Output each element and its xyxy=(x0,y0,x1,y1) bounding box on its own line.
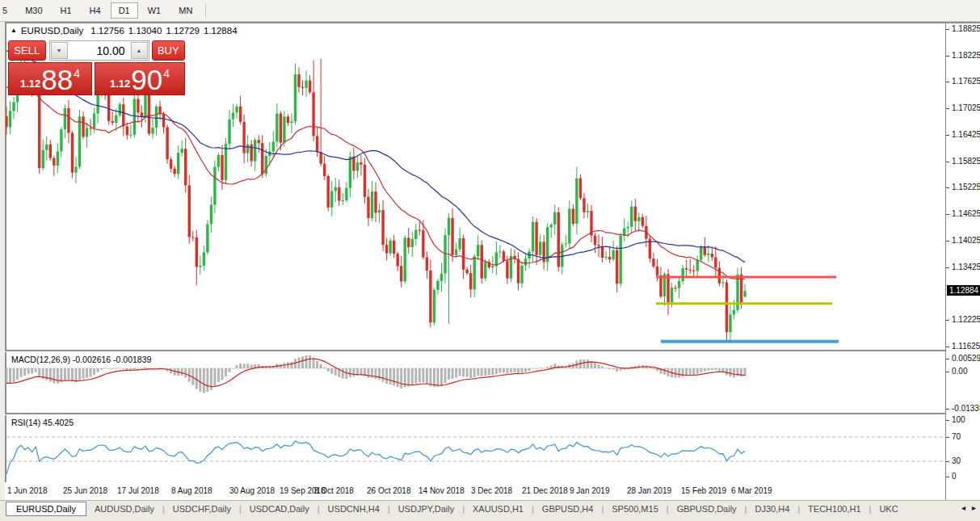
chart-tab-usdcnh-h4[interactable]: USDCNH,H4 xyxy=(320,502,388,515)
chart-tab-bar: EURUSD,DailyAUDUSD,Daily|USDCHF,Daily|US… xyxy=(0,500,980,516)
price-axis-label: 1.18225 xyxy=(952,51,980,60)
sell-button[interactable]: SELL xyxy=(8,40,46,61)
date-axis-label: 9 Jan 2019 xyxy=(570,486,610,495)
current-price-tag: 1.12884 xyxy=(947,285,980,296)
chart-tab-xauusd-h1[interactable]: XAUUSD,H1 xyxy=(465,502,532,515)
price-axis-label: 1.14625 xyxy=(952,209,980,218)
collapse-triangle-icon[interactable]: ▲ xyxy=(11,27,17,34)
one-click-trade-panel: SELL ▼ 10.00 ▲ BUY 1.12 88 4 1.12 90 xyxy=(8,40,185,95)
price-axis-label: 1.15225 xyxy=(952,183,980,191)
date-axis-label: 26 Oct 2018 xyxy=(367,486,410,495)
macd-pane-splitter[interactable] xyxy=(5,350,980,352)
price-axis[interactable]: 1.188251.182251.176251.170251.164251.158… xyxy=(945,23,980,500)
chart-tab-dj30-h4[interactable]: DJ30,H4 xyxy=(747,502,797,515)
chevron-down-icon: ▼ xyxy=(57,48,62,53)
axis-tick xyxy=(946,320,949,321)
ohlc-high: 1.13040 xyxy=(128,26,162,36)
ohlc-low: 1.12729 xyxy=(166,26,200,36)
chart-tab-usdchf-daily[interactable]: USDCHF,Daily xyxy=(165,502,239,515)
chart-tab-gbpusd-daily[interactable]: GBPUSD,Daily xyxy=(669,502,745,515)
sell-price-box[interactable]: 1.12 88 4 xyxy=(8,62,92,95)
volume-spinner: ▼ 10.00 ▲ xyxy=(49,40,149,61)
macd-indicator-label: MACD(12,26,9) -0.002616 -0.001839 xyxy=(11,355,151,364)
axis-tick xyxy=(946,187,949,188)
time-axis[interactable]: 1 Jun 201825 Jun 201817 Jul 20188 Aug 20… xyxy=(5,482,945,500)
buy-price-box[interactable]: 1.12 90 4 xyxy=(95,62,185,95)
chart-tab-ukc[interactable]: UKC xyxy=(871,502,906,515)
buy-price-prefix: 1.12 xyxy=(110,78,130,90)
price-axis-label: 1.17025 xyxy=(952,103,980,112)
tab-scroll-left-icon[interactable]: ◂ xyxy=(961,503,965,512)
date-axis-label: 28 Jan 2019 xyxy=(627,486,671,495)
price-axis-label: 1.15825 xyxy=(952,157,980,166)
buy-price-big: 90 xyxy=(131,66,162,93)
chevron-up-icon: ▲ xyxy=(137,48,142,53)
date-axis-label: 8 Oct 2018 xyxy=(314,486,354,495)
rsi-axis-label: 0 xyxy=(952,472,957,481)
ohlc-close: 1.12884 xyxy=(204,26,238,36)
date-axis-label: 17 Jul 2018 xyxy=(117,486,159,495)
price-axis-label: 1.12225 xyxy=(952,315,980,324)
axis-tick xyxy=(946,108,949,109)
axis-tick xyxy=(946,135,949,136)
axis-tick xyxy=(946,461,949,462)
price-axis-label: 1.14025 xyxy=(952,236,980,245)
volume-increase-button[interactable]: ▲ xyxy=(131,42,148,59)
date-axis-label: 21 Dec 2018 xyxy=(522,486,568,495)
axis-tick xyxy=(946,82,949,82)
chart-tab-eurusd-daily[interactable]: EURUSD,Daily xyxy=(6,502,86,516)
date-axis-label: 6 Mar 2019 xyxy=(731,486,772,495)
chart-tab-sp500-m15[interactable]: SP500,M15 xyxy=(604,502,666,515)
price-axis-label: 1.16425 xyxy=(952,130,980,139)
tab-scroll-arrows: ◂▸ xyxy=(961,503,976,512)
sell-price-prefix: 1.12 xyxy=(20,78,40,90)
rsi-axis-label: 30 xyxy=(952,456,961,465)
axis-tick xyxy=(946,359,949,359)
chart-title: ▲ EURUSD,Daily 1.12756 1.13040 1.12729 1… xyxy=(11,26,238,36)
rsi-indicator-label: RSI(14) 45.4025 xyxy=(11,418,74,427)
price-axis-label: 1.13425 xyxy=(952,263,980,271)
sell-price-big: 88 xyxy=(41,66,73,93)
rsi-pane-splitter[interactable] xyxy=(5,413,980,415)
macd-axis-label: 0.005294 xyxy=(952,354,980,363)
chart-tab-tech100-h1[interactable]: TECH100,H1 xyxy=(800,502,869,515)
date-axis-label: 25 Jun 2018 xyxy=(63,486,107,495)
volume-input[interactable]: 10.00 xyxy=(69,41,130,60)
chart-tab-usdcad-daily[interactable]: USDCAD,Daily xyxy=(242,502,318,515)
buy-button[interactable]: BUY xyxy=(152,40,185,61)
price-axis-label: 1.17625 xyxy=(952,77,980,86)
axis-tick xyxy=(946,214,949,215)
date-axis-label: 1 Jun 2018 xyxy=(7,486,48,495)
axis-tick xyxy=(946,29,949,30)
tab-scroll-right-icon[interactable]: ▸ xyxy=(972,503,976,512)
date-axis-label: 30 Aug 2018 xyxy=(229,486,275,495)
axis-tick xyxy=(946,241,949,242)
chart-symbol-label: EURUSD,Daily xyxy=(21,26,83,36)
axis-tick xyxy=(946,372,949,372)
mt4-window: 5M30H1H4D1W1MN ▲ EURUSD,Daily 1.12756 1.… xyxy=(0,0,980,521)
date-axis-label: 3 Dec 2018 xyxy=(471,486,512,495)
axis-tick xyxy=(946,267,949,268)
date-axis-label: 8 Aug 2018 xyxy=(171,486,212,495)
rsi-axis-label: 70 xyxy=(952,432,961,441)
axis-tick xyxy=(946,56,949,57)
axis-tick xyxy=(946,347,949,347)
chart-tab-usdjpy-daily[interactable]: USDJPY,Daily xyxy=(390,502,463,515)
axis-tick xyxy=(946,437,949,438)
buy-price-pip: 4 xyxy=(163,67,170,80)
price-axis-label: 1.11625 xyxy=(952,342,980,351)
volume-decrease-button[interactable]: ▼ xyxy=(51,42,68,59)
date-axis-label: 14 Nov 2018 xyxy=(418,486,465,495)
axis-tick xyxy=(946,420,949,421)
ohlc-open: 1.12756 xyxy=(90,26,124,36)
chart-tab-gbpusd-h4[interactable]: GBPUSD,H4 xyxy=(534,502,602,515)
axis-tick xyxy=(946,409,949,410)
sell-price-pip: 4 xyxy=(74,67,80,80)
date-axis-label: 15 Feb 2019 xyxy=(681,486,726,495)
macd-axis-label: 0.00 xyxy=(952,367,967,376)
axis-tick xyxy=(946,477,949,477)
macd-axis-label: -0.013353 xyxy=(952,404,980,413)
chart-tab-audusd-daily[interactable]: AUDUSD,Daily xyxy=(86,502,162,515)
price-axis-label: 1.18825 xyxy=(952,24,980,33)
axis-tick xyxy=(946,162,949,162)
